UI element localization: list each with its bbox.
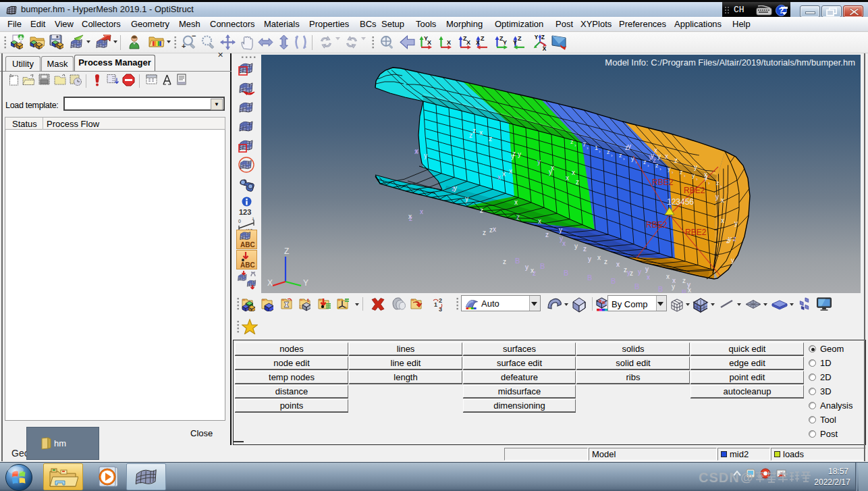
svg-text:x: x xyxy=(493,226,496,233)
svg-text:x: x xyxy=(479,129,483,136)
svg-text:z: z xyxy=(726,237,730,244)
svg-text:x: x xyxy=(509,167,512,175)
svg-text:B: B xyxy=(564,269,568,277)
svg-text:y: y xyxy=(631,155,634,162)
svg-text:1: 1 xyxy=(595,145,598,151)
svg-text:›: › xyxy=(635,159,637,165)
svg-text:x: x xyxy=(502,170,506,178)
svg-text:z: z xyxy=(607,149,610,155)
svg-text:z: z xyxy=(480,207,483,214)
svg-text:y: y xyxy=(692,172,695,179)
svg-text:7: 7 xyxy=(582,141,586,148)
svg-text:y: y xyxy=(715,193,719,201)
svg-text:7: 7 xyxy=(704,176,707,183)
svg-text:x: x xyxy=(647,274,650,281)
svg-text:z: z xyxy=(570,138,574,145)
svg-text:z: z xyxy=(583,245,587,253)
svg-text:RBE2: RBE2 xyxy=(684,186,705,195)
svg-text:z: z xyxy=(472,127,476,134)
svg-text:Z: Z xyxy=(541,34,545,41)
svg-text:y: y xyxy=(672,283,675,290)
svg-text:123456: 123456 xyxy=(667,197,694,207)
svg-text:›: › xyxy=(611,153,613,159)
svg-text:z: z xyxy=(604,258,607,265)
svg-text:y: y xyxy=(649,153,652,161)
svg-text:B: B xyxy=(587,274,592,282)
svg-text:y: y xyxy=(628,143,631,150)
svg-text:x: x xyxy=(497,174,501,181)
svg-text:x: x xyxy=(531,267,534,274)
svg-text:y: y xyxy=(731,257,734,264)
svg-text:y: y xyxy=(645,265,649,273)
svg-text:+: + xyxy=(182,42,186,50)
svg-text:›: › xyxy=(623,156,625,162)
svg-text:x: x xyxy=(616,261,620,268)
svg-text:z: z xyxy=(409,215,412,222)
svg-text:›: › xyxy=(647,163,649,169)
svg-text:z: z xyxy=(503,258,506,265)
svg-text:1: 1 xyxy=(434,301,437,308)
svg-text:0: 0 xyxy=(238,219,241,224)
svg-text:x: x xyxy=(414,148,418,155)
svg-text:x: x xyxy=(665,153,668,160)
svg-text:›: › xyxy=(684,173,686,179)
svg-text:y: y xyxy=(537,158,541,165)
svg-text:›: › xyxy=(720,184,722,190)
svg-text:y: y xyxy=(694,163,697,171)
svg-text:x: x xyxy=(514,199,518,206)
svg-text:y: y xyxy=(588,255,591,263)
svg-text:B: B xyxy=(540,262,545,270)
svg-text:z: z xyxy=(643,159,647,165)
svg-text:z: z xyxy=(619,152,622,159)
svg-text:B: B xyxy=(611,277,616,285)
svg-text:x: x xyxy=(721,217,724,224)
svg-text:B: B xyxy=(658,285,663,293)
svg-text:y: y xyxy=(657,153,661,160)
svg-text:t: t xyxy=(307,297,309,303)
svg-text:y: y xyxy=(734,219,738,227)
svg-text:1: 1 xyxy=(252,217,254,221)
svg-text:y: y xyxy=(424,152,427,159)
svg-text:z: z xyxy=(630,269,633,277)
svg-text:z: z xyxy=(489,226,493,234)
svg-text:›: › xyxy=(708,180,710,186)
svg-text:x: x xyxy=(538,217,541,225)
svg-text:›: › xyxy=(599,149,601,155)
svg-text:↕: ↕ xyxy=(299,304,302,309)
svg-text:x: x xyxy=(562,240,566,247)
svg-text:z: z xyxy=(655,162,659,169)
svg-text:›: › xyxy=(672,170,674,176)
svg-text:Z: Z xyxy=(284,247,289,256)
svg-text:›: › xyxy=(696,176,698,182)
svg-text:X: X xyxy=(543,45,547,51)
svg-text:y: y xyxy=(525,263,528,271)
svg-text:x: x xyxy=(572,169,575,176)
svg-text:RBE2: RBE2 xyxy=(646,220,668,230)
svg-text:z: z xyxy=(680,169,683,176)
svg-text:y: y xyxy=(574,242,578,250)
svg-text:Z: Z xyxy=(518,35,522,42)
svg-text:y: y xyxy=(559,226,562,234)
svg-text:z: z xyxy=(576,178,579,186)
svg-text:ABC: ABC xyxy=(240,261,255,269)
svg-text:Y: Y xyxy=(513,39,517,46)
svg-text:x: x xyxy=(566,174,569,182)
svg-text:X: X xyxy=(267,278,273,288)
svg-text:X: X xyxy=(476,39,480,46)
svg-text:x: x xyxy=(420,208,423,215)
svg-text:Y: Y xyxy=(535,34,539,41)
svg-text:z: z xyxy=(545,231,549,238)
svg-text:y: y xyxy=(668,165,671,172)
svg-text:y: y xyxy=(549,168,552,176)
svg-text:y: y xyxy=(638,268,641,276)
svg-text:y: y xyxy=(518,151,521,158)
svg-text:X: X xyxy=(427,39,431,46)
svg-text:−: − xyxy=(192,34,196,40)
svg-text:x: x xyxy=(688,286,691,293)
svg-text:B: B xyxy=(682,288,686,293)
svg-text:Y: Y xyxy=(303,278,308,288)
svg-text:B: B xyxy=(634,282,639,290)
svg-text:X: X xyxy=(466,39,470,46)
svg-text:y: y xyxy=(454,184,457,192)
svg-text:Y: Y xyxy=(503,39,507,46)
